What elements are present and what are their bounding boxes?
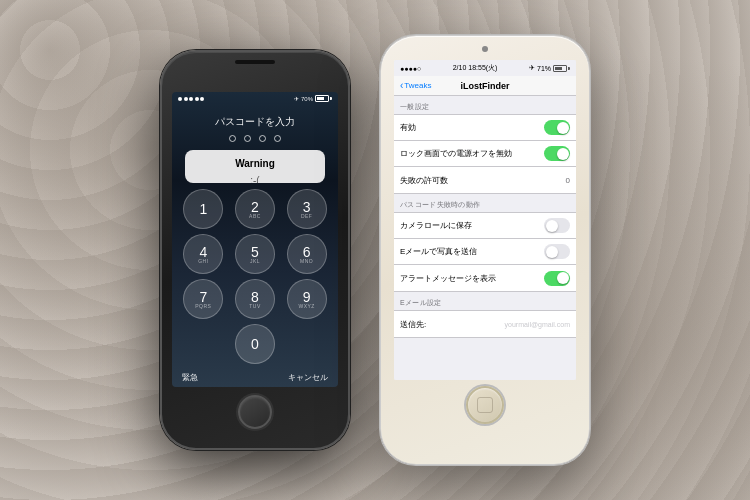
status-dots: ●●●●○ [400, 65, 421, 72]
section-label-1: 一般設定 [394, 96, 576, 114]
row-label-failures: 失敗の許可数 [400, 175, 448, 186]
status-right: ✈ 71% [529, 64, 570, 72]
row-lockscreen[interactable]: ロック画面での電源オフを無効 [394, 141, 576, 167]
settings-nav: ‹ Tweaks iLostFinder [394, 76, 576, 96]
warning-dialog: Warning :-( [185, 150, 325, 183]
toggle-camera[interactable] [544, 218, 570, 233]
key-1[interactable]: 1 [183, 189, 223, 229]
back-button[interactable]: ‹ Tweaks [400, 80, 431, 91]
section-label-3: Eメール設定 [394, 292, 576, 310]
camera-dot [482, 46, 488, 52]
home-button-light[interactable] [466, 386, 504, 424]
nav-title: iLostFinder [461, 81, 510, 91]
dark-status-bar: ✈ 70% [172, 92, 338, 105]
signal-dots [178, 97, 204, 101]
key-3[interactable]: 3DEF [287, 189, 327, 229]
status-time: 2/10 18:55(火) [453, 63, 498, 73]
settings-group-1: 有効 ロック画面での電源オフを無効 失敗の許可数 0 [394, 114, 576, 194]
row-alert[interactable]: アラートメッセージを表示 [394, 265, 576, 291]
back-arrow-icon: ‹ [400, 80, 403, 91]
row-label-alert: アラートメッセージを表示 [400, 273, 496, 284]
back-label: Tweaks [404, 81, 431, 90]
phone-light: ●●●●○ 2/10 18:55(火) ✈ 71% ‹ Tweaks iLost… [380, 35, 590, 465]
row-enabled[interactable]: 有効 [394, 115, 576, 141]
wifi-icon: ✈ [294, 95, 299, 102]
key-9[interactable]: 9WXYZ [287, 279, 327, 319]
row-send-to[interactable]: 送信先: yourmail@gmail.com [394, 311, 576, 337]
airplane-icon: ✈ [529, 64, 535, 72]
battery-pct: 70% [301, 96, 313, 102]
warning-title: Warning [185, 150, 325, 173]
keypad: 1 2ABC 3DEF 4GHI 5JKL 6MNO 7PQRS 8TUV 9W… [172, 189, 338, 364]
home-button-dark[interactable] [238, 395, 272, 429]
key-4[interactable]: 4GHI [183, 234, 223, 274]
key-0[interactable]: 0 [235, 324, 275, 364]
passcode-dots [229, 135, 281, 142]
row-label-lockscreen: ロック画面での電源オフを無効 [400, 148, 512, 159]
section-label-2: パスコード失敗時の動作 [394, 194, 576, 212]
emergency-button[interactable]: 緊急 [182, 372, 198, 383]
key-6[interactable]: 6MNO [287, 234, 327, 274]
toggle-lockscreen[interactable] [544, 146, 570, 161]
battery-pct-light: 71% [537, 65, 551, 72]
row-label-enabled: 有効 [400, 122, 416, 133]
row-label-camera: カメラロールに保存 [400, 220, 472, 231]
settings-group-2: カメラロールに保存 Eメールで写真を送信 アラートメッセージを表示 [394, 212, 576, 292]
toggle-alert[interactable] [544, 271, 570, 286]
key-7[interactable]: 7PQRS [183, 279, 223, 319]
row-label-email-photo: Eメールで写真を送信 [400, 246, 477, 257]
cancel-button[interactable]: キャンセル [288, 372, 328, 383]
passcode-title: パスコードを入力 [215, 115, 295, 129]
key-8[interactable]: 8TUV [235, 279, 275, 319]
row-label-send-to: 送信先: [400, 319, 426, 330]
warning-body: :-( [185, 173, 325, 183]
settings-content: 一般設定 有効 ロック画面での電源オフを無効 失敗の許可数 0 パスコード失敗時… [394, 96, 576, 380]
battery-light [553, 65, 570, 72]
row-camera[interactable]: カメラロールに保存 [394, 213, 576, 239]
settings-group-3: 送信先: yourmail@gmail.com [394, 310, 576, 338]
key-5[interactable]: 5JKL [235, 234, 275, 274]
toggle-email-photo[interactable] [544, 244, 570, 259]
earpiece [235, 60, 275, 64]
toggle-enabled[interactable] [544, 120, 570, 135]
light-status-bar: ●●●●○ 2/10 18:55(火) ✈ 71% [394, 60, 576, 76]
phone-dark: ✈ 70% パスコードを入力 Warning :-( 1 2ABC 3DEF 4… [160, 50, 350, 450]
dark-screen: ✈ 70% パスコードを入力 Warning :-( 1 2ABC 3DEF 4… [172, 92, 338, 387]
battery-bar [315, 95, 332, 102]
key-2[interactable]: 2ABC [235, 189, 275, 229]
row-failures[interactable]: 失敗の許可数 0 [394, 167, 576, 193]
row-email-photo[interactable]: Eメールで写真を送信 [394, 239, 576, 265]
dark-footer: 緊急 キャンセル [172, 368, 338, 387]
email-value: yourmail@gmail.com [505, 321, 570, 328]
light-screen: ●●●●○ 2/10 18:55(火) ✈ 71% ‹ Tweaks iLost… [394, 60, 576, 380]
status-icons: ✈ 70% [294, 95, 332, 102]
row-value-failures: 0 [566, 176, 570, 185]
